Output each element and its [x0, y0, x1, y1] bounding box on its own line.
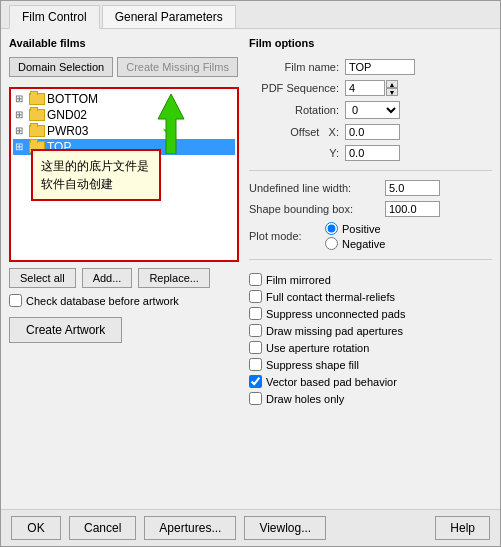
right-panel: Film options Film name: PDF Sequence: ▲ … — [249, 37, 492, 501]
tab-general-parameters[interactable]: General Parameters — [102, 5, 236, 28]
footer: OK Cancel Apertures... Viewlog... Help — [1, 509, 500, 546]
film-mirrored-checkbox[interactable] — [249, 273, 262, 286]
negative-label: Negative — [342, 238, 385, 250]
expand-icon: ⊞ — [15, 141, 27, 153]
offset-y-input[interactable] — [345, 145, 400, 161]
select-all-button[interactable]: Select all — [9, 268, 76, 288]
rotation-row: Rotation: 0 — [249, 101, 492, 119]
full-contact-checkbox[interactable] — [249, 290, 262, 303]
add-button[interactable]: Add... — [82, 268, 133, 288]
check-database-row: Check database before artwork — [9, 294, 239, 307]
options-grid: Film name: PDF Sequence: ▲ ▼ — [249, 59, 492, 405]
viewlog-button[interactable]: Viewlog... — [244, 516, 326, 540]
pdf-sequence-spinner: ▲ ▼ — [345, 80, 398, 96]
draw-holes-row: Draw holes only — [249, 392, 492, 405]
pdf-sequence-row: PDF Sequence: ▲ ▼ — [249, 80, 492, 96]
full-contact-label: Full contact thermal-reliefs — [266, 291, 395, 303]
expand-icon: ⊞ — [15, 93, 27, 105]
svg-marker-0 — [158, 94, 184, 154]
folder-icon — [29, 125, 45, 137]
offset-x-input[interactable] — [345, 124, 400, 140]
negative-radio-row: Negative — [325, 237, 385, 250]
spinner-up[interactable]: ▲ — [386, 80, 398, 88]
folder-icon — [29, 109, 45, 121]
film-options-label: Film options — [249, 37, 492, 49]
create-artwork-button[interactable]: Create Artwork — [9, 317, 122, 343]
checkbox-section: Film mirrored Full contact thermal-relie… — [249, 273, 492, 405]
film-item-label: PWR03 — [47, 124, 88, 138]
film-mirrored-row: Film mirrored — [249, 273, 492, 286]
check-database-label: Check database before artwork — [26, 295, 179, 307]
vector-based-label: Vector based pad behavior — [266, 376, 397, 388]
tab-bar: Film Control General Parameters — [1, 1, 500, 29]
plot-mode-label: Plot mode: — [249, 230, 319, 242]
film-item-label: BOTTOM — [47, 92, 98, 106]
list-action-buttons: Select all Add... Replace... — [9, 268, 239, 288]
divider1 — [249, 170, 492, 171]
suppress-shape-checkbox[interactable] — [249, 358, 262, 371]
cancel-button[interactable]: Cancel — [69, 516, 136, 540]
shape-bounding-input[interactable] — [385, 201, 440, 217]
pdf-sequence-input[interactable] — [345, 80, 385, 96]
film-item-bottom[interactable]: ⊞ BOTTOM — [13, 91, 235, 107]
shape-bounding-label: Shape bounding box: — [249, 203, 379, 215]
use-aperture-checkbox[interactable] — [249, 341, 262, 354]
undefined-line-input[interactable] — [385, 180, 440, 196]
divider2 — [249, 259, 492, 260]
positive-radio-row: Positive — [325, 222, 385, 235]
undefined-line-row: Undefined line width: — [249, 180, 492, 196]
expand-icon: ⊞ — [15, 125, 27, 137]
rotation-select[interactable]: 0 — [345, 101, 400, 119]
film-name-label: Film name: — [249, 61, 339, 73]
film-item-pwr03[interactable]: ⊞ PWR03 — [13, 123, 235, 139]
use-aperture-row: Use aperture rotation — [249, 341, 492, 354]
offset-x-row: Offset X: — [249, 124, 492, 140]
offset-y-label: Y: — [249, 147, 339, 159]
undefined-line-label: Undefined line width: — [249, 182, 379, 194]
vector-based-row: Vector based pad behavior — [249, 375, 492, 388]
offset-label: Offset X: — [249, 126, 339, 138]
pdf-spinner: ▲ ▼ — [386, 80, 398, 96]
rotation-label: Rotation: — [249, 104, 339, 116]
suppress-shape-label: Suppress shape fill — [266, 359, 359, 371]
apertures-button[interactable]: Apertures... — [144, 516, 236, 540]
film-name-row: Film name: — [249, 59, 492, 75]
draw-missing-label: Draw missing pad apertures — [266, 325, 403, 337]
film-buttons: Domain Selection Create Missing Films — [9, 57, 239, 77]
full-contact-row: Full contact thermal-reliefs — [249, 290, 492, 303]
offset-y-row: Y: — [249, 145, 492, 161]
draw-holes-checkbox[interactable] — [249, 392, 262, 405]
film-mirrored-label: Film mirrored — [266, 274, 331, 286]
positive-label: Positive — [342, 223, 381, 235]
help-button[interactable]: Help — [435, 516, 490, 540]
expand-icon: ⊞ — [15, 109, 27, 121]
plot-mode-row: Plot mode: Positive Negative — [249, 222, 492, 250]
suppress-shape-row: Suppress shape fill — [249, 358, 492, 371]
film-name-input[interactable] — [345, 59, 415, 75]
left-panel: Available films Domain Selection Create … — [9, 37, 239, 501]
folder-icon — [29, 93, 45, 105]
create-missing-button[interactable]: Create Missing Films — [117, 57, 238, 77]
shape-bounding-row: Shape bounding box: — [249, 201, 492, 217]
suppress-unconnected-checkbox[interactable] — [249, 307, 262, 320]
ok-button[interactable]: OK — [11, 516, 61, 540]
film-item-label: GND02 — [47, 108, 87, 122]
replace-button[interactable]: Replace... — [138, 268, 210, 288]
pdf-sequence-label: PDF Sequence: — [249, 82, 339, 94]
draw-missing-row: Draw missing pad apertures — [249, 324, 492, 337]
negative-radio[interactable] — [325, 237, 338, 250]
vector-based-checkbox[interactable] — [249, 375, 262, 388]
tab-film-control[interactable]: Film Control — [9, 5, 100, 29]
spinner-down[interactable]: ▼ — [386, 88, 398, 96]
check-database-checkbox[interactable] — [9, 294, 22, 307]
use-aperture-label: Use aperture rotation — [266, 342, 369, 354]
tooltip-box: 这里的的底片文件是软件自动创建 — [31, 149, 161, 201]
draw-missing-checkbox[interactable] — [249, 324, 262, 337]
positive-radio[interactable] — [325, 222, 338, 235]
domain-selection-button[interactable]: Domain Selection — [9, 57, 113, 77]
draw-holes-label: Draw holes only — [266, 393, 344, 405]
film-item-gnd02[interactable]: ⊞ GND02 — [13, 107, 235, 123]
plot-mode-radio-group: Positive Negative — [325, 222, 385, 250]
main-window: Film Control General Parameters Availabl… — [0, 0, 501, 547]
film-list: ⊞ BOTTOM ⊞ GND02 ⊞ PWR03 ⊞ TOP — [9, 87, 239, 262]
